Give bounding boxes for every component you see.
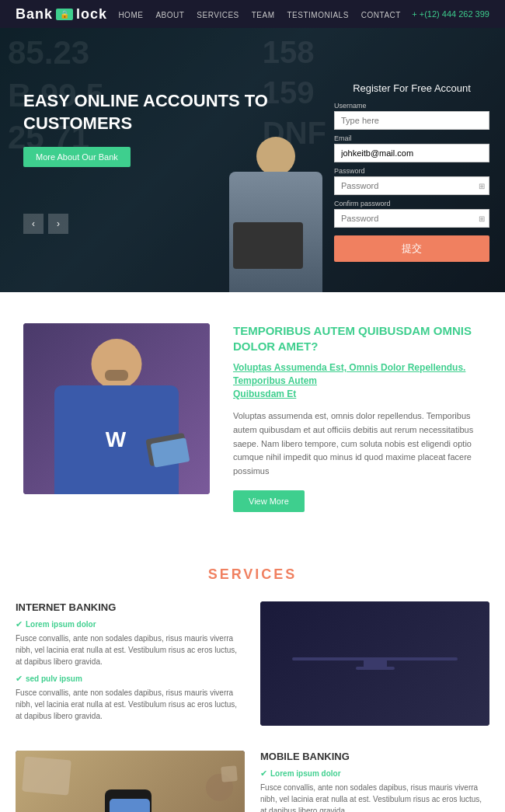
service-mobile-text-1: Fusce convallis, ante non sodales dapibu… — [260, 782, 489, 812]
nav-about[interactable]: ABOUT — [155, 11, 184, 19]
register-submit-button[interactable]: 提交 — [334, 235, 489, 262]
services-section: SERVICES INTERNET BANKING ✔ Lorem ipsum … — [0, 543, 505, 812]
navbar: Bank 🔒 lock HOME ABOUT SERVICES TEAM TES… — [0, 0, 505, 28]
service-text-1: Fusce convallis, ante non sodales dapibu… — [16, 633, 245, 667]
username-input[interactable] — [334, 111, 489, 130]
hero-section: 85.23B 99.525 71 158159DNF EASY ONLINE A… — [0, 28, 505, 292]
brand-suffix: lock — [76, 6, 107, 23]
brand-name: Bank — [16, 6, 53, 23]
services-grid: INTERNET BANKING ✔ Lorem ipsum dolor Fus… — [16, 601, 489, 812]
about-section: W TEMPORIBUS AUTEM QUIBUSDAM OMNIS DOLOR… — [0, 292, 505, 543]
nav-team[interactable]: TEAM — [252, 11, 275, 19]
feature-text-1: Lorem ipsum dolor — [26, 620, 96, 629]
feature-text-3: Lorem ipsum dolor — [270, 769, 341, 778]
service-text-2: Fusce convallis, ante non sodales dapibu… — [16, 687, 245, 722]
about-heading: TEMPORIBUS AUTEM QUIBUSDAM OMNIS DOLOR A… — [233, 323, 482, 354]
email-input[interactable] — [334, 144, 489, 162]
feature-text-2: sed pulv ipsum — [26, 674, 82, 683]
password-input[interactable] — [334, 176, 489, 195]
register-title: Register For Free Account — [334, 82, 489, 94]
nav-home[interactable]: HOME — [118, 11, 143, 19]
check-icon-1: ✔ — [16, 619, 23, 629]
hero-title: EASY ONLINE ACCOUNTS TO CUSTOMERS — [23, 90, 319, 134]
check-icon-3: ✔ — [260, 768, 267, 779]
nav-links: HOME ABOUT SERVICES TEAM TESTIMONIALS CO… — [118, 7, 401, 21]
about-content: TEMPORIBUS AUTEM QUIBUSDAM OMNIS DOLOR A… — [233, 323, 482, 512]
about-image: W — [23, 323, 210, 494]
service-mobile-banking: MOBILE BANKING ✔ Lorem ipsum dolor Fusce… — [260, 751, 489, 812]
confirm-wrapper: ⊞ — [334, 209, 489, 228]
hero-content: EASY ONLINE ACCOUNTS TO CUSTOMERS More A… — [0, 28, 505, 292]
view-more-button[interactable]: View More — [233, 490, 305, 512]
username-group: Username — [334, 102, 489, 130]
service-feature-2: ✔ sed pulv ipsum — [16, 674, 245, 684]
email-label: Email — [334, 134, 489, 142]
brand-lock-icon: 🔒 — [56, 9, 73, 20]
confirm-password-group: Confirm password ⊞ — [334, 200, 489, 228]
username-label: Username — [334, 102, 489, 110]
carousel-prev-button[interactable]: ‹ — [23, 214, 44, 234]
confirm-input[interactable] — [334, 209, 489, 228]
nav-testimonials[interactable]: TESTIMONIALS — [287, 11, 349, 19]
about-subheading-text: Voluptas Assumenda Est, Omnis Dolor Repe… — [233, 362, 465, 386]
monitor-frame — [292, 657, 457, 660]
confirm-eye-icon: ⊞ — [479, 214, 485, 223]
email-group: Email — [334, 134, 489, 162]
password-wrapper: ⊞ — [334, 176, 489, 195]
password-eye-icon: ⊞ — [479, 182, 485, 190]
password-label: Password — [334, 167, 489, 175]
services-title: SERVICES — [16, 566, 489, 583]
service-internet-title: INTERNET BANKING — [16, 601, 245, 613]
hero-carousel: ‹ › — [23, 214, 319, 234]
hero-left: EASY ONLINE ACCOUNTS TO CUSTOMERS More A… — [23, 75, 319, 234]
password-group: Password ⊞ — [334, 167, 489, 195]
about-subheading-highlight: Quibusdam Et — [233, 389, 296, 399]
service-feature-1: ✔ Lorem ipsum dolor — [16, 619, 245, 629]
check-icon-2: ✔ — [16, 674, 23, 684]
service-mobile-feature-1: ✔ Lorem ipsum dolor — [260, 768, 489, 779]
hero-cta-button[interactable]: More About Our Bank — [23, 147, 131, 167]
brand: Bank 🔒 lock — [16, 6, 107, 23]
nav-phone: + +(12) 444 262 399 — [412, 9, 489, 19]
hero-register-form: Register For Free Account Username Email… — [334, 75, 489, 262]
about-body-text: Voluptas assumenda est, omnis dolor repe… — [233, 409, 482, 478]
about-subheading: Voluptas Assumenda Est, Omnis Dolor Repe… — [233, 361, 482, 400]
service-mobile-title: MOBILE BANKING — [260, 751, 489, 762]
service-internet-banking: INTERNET BANKING ✔ Lorem ipsum dolor Fus… — [16, 601, 245, 735]
service-monitor-image — [260, 601, 489, 726]
carousel-next-button[interactable]: › — [48, 214, 68, 234]
nav-services[interactable]: SERVICES — [197, 11, 239, 19]
service-mobile-image — [16, 751, 245, 812]
confirm-label: Confirm password — [334, 200, 489, 207]
nav-contact[interactable]: CONTACT — [361, 11, 401, 19]
screen-mockup — [260, 601, 489, 726]
